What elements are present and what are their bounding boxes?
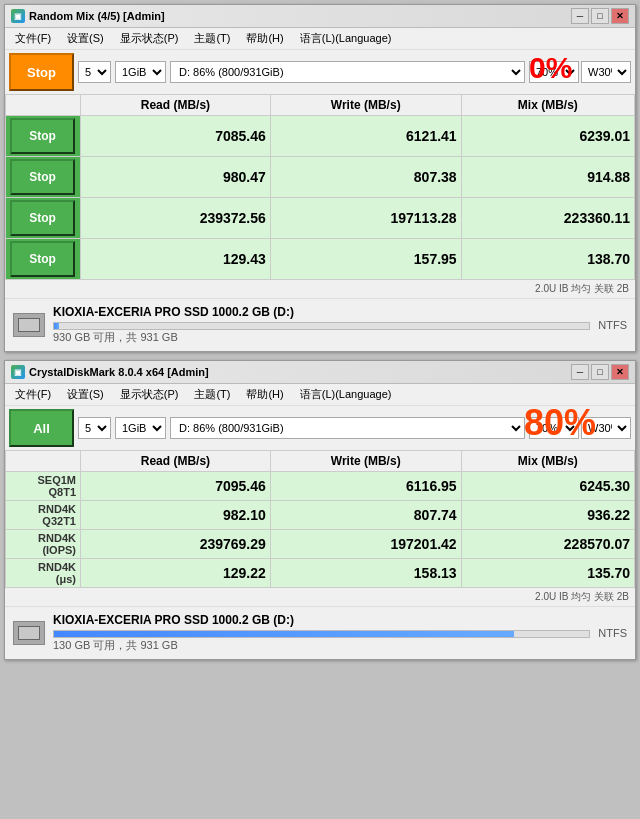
menu-file-1[interactable]: 文件(F) bbox=[11, 30, 55, 47]
table-row: RND4K (μs) 129.22 158.13 135.70 bbox=[6, 559, 635, 588]
read-val-2-1: 982.10 bbox=[81, 501, 271, 530]
th-read-2: Read (MB/s) bbox=[81, 451, 271, 472]
menu-settings-2[interactable]: 设置(S) bbox=[63, 386, 108, 403]
overlay-pct-2: 80% bbox=[524, 405, 596, 441]
table-row: Stop 239372.56 197113.28 223360.11 bbox=[6, 198, 635, 239]
menu-theme-1[interactable]: 主题(T) bbox=[190, 30, 234, 47]
size-select-2[interactable]: 1GiB bbox=[115, 417, 166, 439]
minimize-btn-2[interactable]: ─ bbox=[571, 364, 589, 380]
drive-name-block-2: KIOXIA-EXCERIA PRO SSD 1000.2 GB (D:) 13… bbox=[53, 613, 590, 653]
stop-cell-1-2: Stop bbox=[6, 198, 81, 239]
count-select-1[interactable]: 5 bbox=[78, 61, 111, 83]
title-buttons-2: ─ □ ✕ bbox=[571, 364, 629, 380]
menu-theme-2[interactable]: 主题(T) bbox=[190, 386, 234, 403]
row-label-2-2: RND4K (IOPS) bbox=[6, 530, 81, 559]
window-title-2: CrystalDiskMark 8.0.4 x64 [Admin] bbox=[29, 366, 209, 378]
drive-size-2: 130 GB 可用，共 931 GB bbox=[53, 638, 590, 653]
title-bar-2: ▣ CrystalDiskMark 8.0.4 x64 [Admin] ─ □ … bbox=[5, 361, 635, 384]
mix-val-1-3: 138.70 bbox=[461, 239, 634, 280]
title-bar-left-1: ▣ Random Mix (4/5) [Admin] bbox=[11, 9, 165, 23]
write-val-2-2: 197201.42 bbox=[270, 530, 461, 559]
menu-lang-2[interactable]: 语言(L)(Language) bbox=[296, 386, 396, 403]
read-val-1-2: 239372.56 bbox=[81, 198, 271, 239]
write-val-1-1: 807.38 bbox=[270, 157, 461, 198]
drive-icon-inner-1 bbox=[18, 318, 40, 332]
menu-display-2[interactable]: 显示状态(P) bbox=[116, 386, 183, 403]
read-val-2-2: 239769.29 bbox=[81, 530, 271, 559]
drive-fs-1: NTFS bbox=[598, 319, 627, 331]
progress-fill-2 bbox=[54, 631, 514, 637]
progress-bar-1 bbox=[53, 322, 590, 330]
menu-lang-1[interactable]: 语言(L)(Language) bbox=[296, 30, 396, 47]
drive-icon-inner-2 bbox=[18, 626, 40, 640]
table-row: SEQ1M Q8T1 7095.46 6116.95 6245.30 bbox=[6, 472, 635, 501]
toolbar-1: Stop 5 1GiB D: 86% (800/931GiB) 70% W30%… bbox=[5, 50, 635, 94]
progress-fill-1 bbox=[54, 323, 59, 329]
write-val-1-2: 197113.28 bbox=[270, 198, 461, 239]
count-select-2[interactable]: 5 bbox=[78, 417, 111, 439]
read-val-1-1: 980.47 bbox=[81, 157, 271, 198]
all-btn-2[interactable]: All bbox=[9, 409, 74, 447]
maximize-btn-2[interactable]: □ bbox=[591, 364, 609, 380]
close-btn-2[interactable]: ✕ bbox=[611, 364, 629, 380]
table-row: RND4K Q32T1 982.10 807.74 936.22 bbox=[6, 501, 635, 530]
maximize-btn-1[interactable]: □ bbox=[591, 8, 609, 24]
drive-name-block-1: KIOXIA-EXCERIA PRO SSD 1000.2 GB (D:) 93… bbox=[53, 305, 590, 345]
drive-name-2: KIOXIA-EXCERIA PRO SSD 1000.2 GB (D:) bbox=[53, 613, 590, 627]
stop-cell-1-3: Stop bbox=[6, 239, 81, 280]
footer-text-2: 2.0U IB 均匀 关联 2B bbox=[5, 588, 635, 606]
th-label-2 bbox=[6, 451, 81, 472]
drive-icon-1 bbox=[13, 313, 45, 337]
read-val-2-0: 7095.46 bbox=[81, 472, 271, 501]
size-select-1[interactable]: 1GiB bbox=[115, 61, 166, 83]
th-write-2: Write (MB/s) bbox=[270, 451, 461, 472]
drive-fs-2: NTFS bbox=[598, 627, 627, 639]
row-stop-btn-1-3[interactable]: Stop bbox=[10, 241, 75, 277]
mix-val-1-0: 6239.01 bbox=[461, 116, 634, 157]
menu-help-2[interactable]: 帮助(H) bbox=[242, 386, 287, 403]
close-btn-1[interactable]: ✕ bbox=[611, 8, 629, 24]
menu-file-2[interactable]: 文件(F) bbox=[11, 386, 55, 403]
stop-cell-1-0: Stop bbox=[6, 116, 81, 157]
row-label-2-3: RND4K (μs) bbox=[6, 559, 81, 588]
title-bar-1: ▣ Random Mix (4/5) [Admin] ─ □ ✕ bbox=[5, 5, 635, 28]
menu-bar-1: 文件(F) 设置(S) 显示状态(P) 主题(T) 帮助(H) 语言(L)(La… bbox=[5, 28, 635, 50]
read-val-2-3: 129.22 bbox=[81, 559, 271, 588]
read-val-1-0: 7085.46 bbox=[81, 116, 271, 157]
row-stop-btn-1-2[interactable]: Stop bbox=[10, 200, 75, 236]
write-val-2-0: 6116.95 bbox=[270, 472, 461, 501]
row-stop-btn-1-1[interactable]: Stop bbox=[10, 159, 75, 195]
row-label-2-1: RND4K Q32T1 bbox=[6, 501, 81, 530]
mix-val-1-1: 914.88 bbox=[461, 157, 634, 198]
row-stop-btn-1-0[interactable]: Stop bbox=[10, 118, 75, 154]
write-val-2-1: 807.74 bbox=[270, 501, 461, 530]
footer-text-1: 2.0U IB 均匀 关联 2B bbox=[5, 280, 635, 298]
drive-name-1: KIOXIA-EXCERIA PRO SSD 1000.2 GB (D:) bbox=[53, 305, 590, 319]
stop-cell-1-1: Stop bbox=[6, 157, 81, 198]
menu-settings-1[interactable]: 设置(S) bbox=[63, 30, 108, 47]
w-select-1[interactable]: W30% bbox=[581, 61, 631, 83]
title-buttons-1: ─ □ ✕ bbox=[571, 8, 629, 24]
menu-help-1[interactable]: 帮助(H) bbox=[242, 30, 287, 47]
toolbar-2: All 5 1GiB D: 86% (800/931GiB) 70% W30% … bbox=[5, 406, 635, 450]
window-title-1: Random Mix (4/5) [Admin] bbox=[29, 10, 165, 22]
title-bar-left-2: ▣ CrystalDiskMark 8.0.4 x64 [Admin] bbox=[11, 365, 209, 379]
window-1: ▣ Random Mix (4/5) [Admin] ─ □ ✕ 文件(F) 设… bbox=[4, 4, 636, 352]
menu-display-1[interactable]: 显示状态(P) bbox=[116, 30, 183, 47]
drive-select-2[interactable]: D: 86% (800/931GiB) bbox=[170, 417, 525, 439]
table-row: Stop 129.43 157.95 138.70 bbox=[6, 239, 635, 280]
drive-select-1[interactable]: D: 86% (800/931GiB) bbox=[170, 61, 525, 83]
read-val-1-3: 129.43 bbox=[81, 239, 271, 280]
app-icon-1: ▣ bbox=[11, 9, 25, 23]
window-2: ▣ CrystalDiskMark 8.0.4 x64 [Admin] ─ □ … bbox=[4, 360, 636, 660]
minimize-btn-1[interactable]: ─ bbox=[571, 8, 589, 24]
app-icon-2: ▣ bbox=[11, 365, 25, 379]
overlay-pct-1: 0% bbox=[529, 53, 572, 83]
data-table-1: Read (MB/s) Write (MB/s) Mix (MB/s) Stop… bbox=[5, 94, 635, 280]
drive-icon-2 bbox=[13, 621, 45, 645]
drive-size-1: 930 GB 可用，共 931 GB bbox=[53, 330, 590, 345]
th-read-1: Read (MB/s) bbox=[81, 95, 271, 116]
mix-val-2-2: 228570.07 bbox=[461, 530, 634, 559]
th-write-1: Write (MB/s) bbox=[270, 95, 461, 116]
main-stop-btn-1[interactable]: Stop bbox=[9, 53, 74, 91]
